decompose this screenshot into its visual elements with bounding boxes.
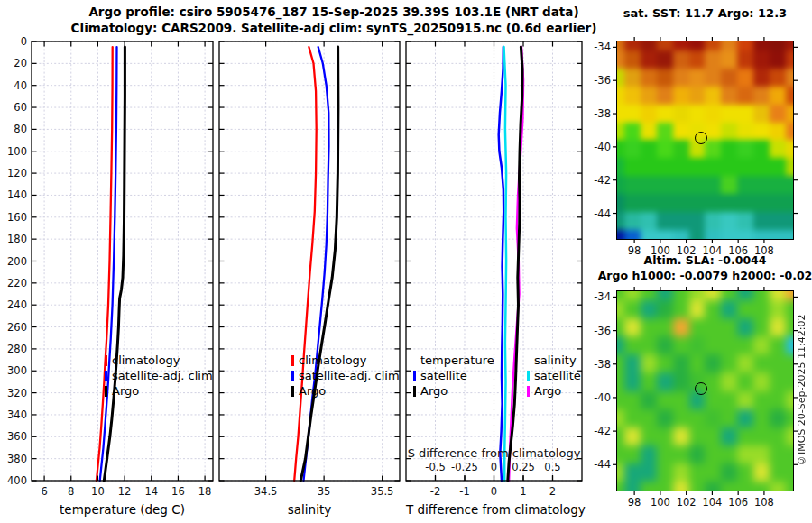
heatmap-cell xyxy=(641,391,657,409)
x-tick-label: 34.5 xyxy=(254,485,278,498)
heatmap-cell xyxy=(657,300,673,318)
heatmap-cell xyxy=(770,105,786,123)
heatmap-cell xyxy=(641,427,657,445)
profile-line-argo xyxy=(104,47,125,481)
heatmap-cell xyxy=(624,391,641,409)
s-axis-tick-label: 0.25 xyxy=(512,461,535,473)
map-y-tick-label: -36 xyxy=(594,74,611,87)
map-x-tick-label: 104 xyxy=(702,496,722,509)
heatmap-cell xyxy=(624,445,641,463)
heatmap-cell xyxy=(705,336,721,354)
heatmap-cell xyxy=(737,176,753,194)
legend-line-marker xyxy=(413,371,416,381)
heatmap-cell xyxy=(737,290,753,300)
legend-entry: Argo xyxy=(527,383,590,399)
legend-label: satellite xyxy=(420,368,467,383)
heatmap-cell xyxy=(786,176,794,194)
x-tick-label: 35 xyxy=(318,485,331,498)
heatmap-cell xyxy=(705,290,721,300)
heatmap-cell xyxy=(770,123,786,141)
heatmap-cell xyxy=(673,123,689,141)
legend-entry: satellite xyxy=(413,368,520,383)
heatmap-cell xyxy=(689,354,706,372)
axes-box xyxy=(32,41,213,481)
heatmap-cell xyxy=(705,318,721,336)
s-axis-tick-label: -0.5 xyxy=(425,461,445,473)
heatmap-cell xyxy=(786,87,794,105)
heatmap-cell xyxy=(770,230,786,240)
heatmap-cell xyxy=(721,336,737,354)
x-tick-label: 0 xyxy=(491,485,497,498)
map-y-tick-label: -40 xyxy=(594,141,611,153)
legend-entry: satellite-adj. clim xyxy=(291,368,400,383)
heatmap-cell xyxy=(657,194,673,212)
heatmap-cell xyxy=(624,427,641,445)
heatmap-cell xyxy=(753,176,770,194)
heatmap-cell xyxy=(624,372,641,390)
heatmap-cell xyxy=(705,140,721,158)
heatmap-cell xyxy=(657,105,673,123)
sla-map-title-line1: Altim. SLA: -0.0044 xyxy=(616,253,794,267)
heatmap-cell xyxy=(705,105,721,123)
heatmap-cell xyxy=(753,140,770,158)
heatmap-cell xyxy=(616,445,624,463)
legend-panel-3: temperaturesatelliteArgosalinitysatellit… xyxy=(413,353,590,399)
heatmap-cell xyxy=(705,194,721,212)
heatmap-cell xyxy=(770,463,786,482)
heatmap-cell xyxy=(770,391,786,409)
heatmap-cell xyxy=(786,427,794,445)
depth-tick-label: 40 xyxy=(14,79,27,92)
axes-box xyxy=(406,41,582,481)
map-y-tick-label: -36 xyxy=(594,325,611,337)
heatmap-cell xyxy=(753,336,770,354)
heatmap-cell xyxy=(786,372,794,390)
heatmap-cell xyxy=(721,194,737,212)
heatmap-cell xyxy=(673,336,689,354)
heatmap-cell xyxy=(616,391,624,409)
legend-line-marker xyxy=(105,355,107,366)
heatmap-cell xyxy=(689,482,706,491)
heatmap-cell xyxy=(673,318,689,336)
heatmap-cell xyxy=(721,482,737,491)
heatmap-cell xyxy=(641,41,657,50)
heatmap-cell xyxy=(737,158,753,176)
legend-line-marker xyxy=(527,371,530,381)
heatmap-cell xyxy=(721,230,737,240)
heatmap-cell xyxy=(737,105,753,123)
x-tick-label: 1 xyxy=(520,485,526,498)
heatmap-cell xyxy=(616,194,624,212)
legend-panel-2: climatologysatellite-adj. climArgo xyxy=(291,353,400,399)
heatmap-cell xyxy=(616,176,624,194)
x-tick-label: 16 xyxy=(171,485,185,498)
heatmap-cell xyxy=(673,372,689,390)
heatmap-cell xyxy=(624,123,641,141)
heatmap-cell xyxy=(737,300,753,318)
sla-map-title-line2: Argo h1000: -0.0079 h2000: -0.02 xyxy=(541,269,812,282)
legend-label: satellite-adj. clim xyxy=(112,368,213,383)
x-tick-label: -1 xyxy=(459,485,469,498)
heatmap-cell xyxy=(753,105,770,123)
heatmap-cell xyxy=(641,158,657,176)
heatmap-cell xyxy=(770,87,786,105)
figure-title-line1: Argo profile: csiro 5905476_187 15-Sep-2… xyxy=(36,5,632,19)
heatmap-cell xyxy=(624,290,641,300)
heatmap-cell xyxy=(770,336,786,354)
heatmap-cell xyxy=(737,41,753,50)
heatmap-cell xyxy=(673,194,689,212)
heatmap-cell xyxy=(770,409,786,427)
s-axis-tick-label: 0 xyxy=(491,461,497,473)
profile-line-s-argo xyxy=(509,47,523,481)
depth-tick-label: 380 xyxy=(7,453,27,465)
heatmap-cell xyxy=(786,194,794,212)
heatmap-cell xyxy=(786,336,794,354)
x-tick-label: 2 xyxy=(549,485,556,498)
x-tick-label: 18 xyxy=(198,485,212,498)
legend-entry: climatology xyxy=(291,353,400,368)
heatmap-cell xyxy=(641,212,657,230)
heatmap-cell xyxy=(770,158,786,176)
heatmap-cell xyxy=(616,482,624,491)
heatmap-cell xyxy=(624,318,641,336)
heatmap-cell xyxy=(689,336,706,354)
heatmap-cell xyxy=(705,41,721,50)
heatmap-cell xyxy=(624,69,641,87)
